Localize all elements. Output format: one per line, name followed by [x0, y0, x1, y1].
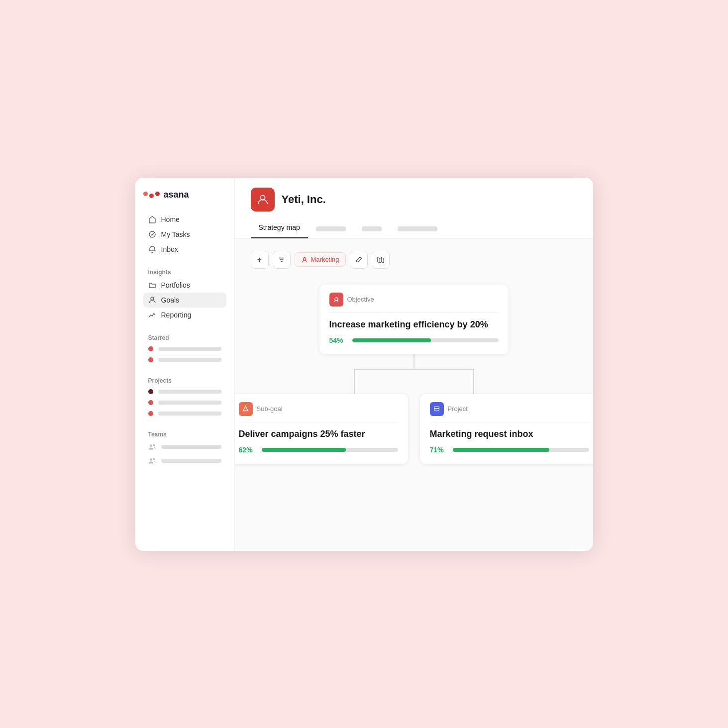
- marketing-filter-label: Marketing: [311, 256, 339, 263]
- team-line-2: [161, 459, 221, 463]
- logo-icon: [143, 192, 160, 198]
- map-button[interactable]: [372, 251, 390, 269]
- nav-goals[interactable]: Goals: [143, 293, 226, 308]
- tab-line-3: [398, 226, 437, 231]
- projects-label: Projects: [143, 373, 226, 386]
- svg-point-4: [150, 458, 152, 461]
- objective-progress-row: 54%: [329, 336, 499, 344]
- person-icon: [148, 296, 156, 304]
- insights-label: Insights: [143, 265, 226, 278]
- tabs: Strategy map: [251, 219, 577, 238]
- project-dot-2: [148, 400, 153, 405]
- teams-section: Teams: [143, 427, 226, 468]
- project-dot-1: [148, 389, 153, 394]
- logo-dot-1: [143, 192, 148, 196]
- team-line-1: [161, 445, 221, 449]
- nav-portfolios-label: Portfolios: [161, 281, 190, 289]
- main-nav: Home My Tasks Inbox: [143, 212, 226, 257]
- svg-point-3: [153, 444, 155, 446]
- marketing-filter[interactable]: Marketing: [295, 252, 346, 267]
- tab-placeholder-2[interactable]: [354, 220, 390, 238]
- team-item-2[interactable]: [143, 454, 226, 468]
- project-item-2[interactable]: [143, 397, 226, 408]
- nav-reporting-label: Reporting: [161, 311, 192, 319]
- nav-reporting[interactable]: Reporting: [143, 308, 226, 322]
- tab-placeholder-1[interactable]: [308, 220, 354, 238]
- project-line-3: [158, 412, 221, 416]
- objective-icon: [329, 293, 343, 307]
- project-dot-3: [148, 411, 153, 416]
- workspace-info: Yeti, Inc.: [251, 188, 577, 211]
- add-button[interactable]: +: [251, 251, 269, 269]
- check-circle-icon: [148, 230, 156, 238]
- objective-progress-bar-fill: [352, 338, 431, 342]
- project-type-label: Project: [448, 405, 468, 413]
- starred-dot-1: [148, 346, 153, 351]
- nav-portfolios[interactable]: Portfolios: [143, 278, 226, 293]
- objective-type-label: Objective: [347, 296, 374, 303]
- nav-my-tasks[interactable]: My Tasks: [143, 227, 226, 242]
- project-item-3[interactable]: [143, 408, 226, 419]
- nav-inbox[interactable]: Inbox: [143, 242, 226, 257]
- strategy-area: + Marketing: [235, 239, 593, 551]
- project-line-1: [158, 390, 221, 394]
- filter-button[interactable]: [273, 251, 291, 269]
- subgoal-progress-bar-bg: [262, 448, 398, 452]
- project-line-2: [158, 401, 221, 405]
- objective-title: Increase marketing efficiency by 20%: [329, 319, 499, 330]
- objective-card[interactable]: Objective Increase marketing efficiency …: [319, 285, 509, 354]
- starred-label: Starred: [143, 330, 226, 343]
- project-item-1[interactable]: [143, 386, 226, 397]
- main-content: Yeti, Inc. Strategy map +: [235, 178, 593, 551]
- tab-placeholder-3[interactable]: [390, 220, 445, 238]
- app-window: asana Home My Tasks: [135, 178, 593, 551]
- subgoal-progress-pct: 62%: [239, 446, 257, 454]
- nav-home-label: Home: [161, 215, 180, 223]
- starred-item-2[interactable]: [143, 354, 226, 365]
- tab-line-2: [362, 226, 382, 231]
- subgoal-title: Deliver campaigns 25% faster: [239, 428, 398, 440]
- tab-strategy-map[interactable]: Strategy map: [251, 219, 308, 238]
- project-progress-bar-bg: [453, 448, 589, 452]
- subgoal-card[interactable]: Sub-goal Deliver campaigns 25% faster 62…: [235, 394, 408, 464]
- insights-section: Insights Portfolios Goals: [143, 265, 226, 322]
- home-icon: [148, 215, 156, 223]
- nav-tasks-label: My Tasks: [161, 230, 190, 238]
- starred-line-1: [158, 347, 221, 351]
- subgoal-icon: [239, 402, 253, 416]
- project-progress-row: 71%: [430, 446, 589, 454]
- project-card[interactable]: Project Marketing request inbox 71%: [420, 394, 593, 464]
- project-title: Marketing request inbox: [430, 428, 589, 440]
- team-item-1[interactable]: [143, 440, 226, 454]
- nav-inbox-label: Inbox: [161, 245, 178, 253]
- team-avatar-icon-2: [148, 457, 156, 465]
- svg-rect-13: [434, 407, 439, 411]
- bell-icon: [148, 245, 156, 253]
- main-header: Yeti, Inc. Strategy map: [235, 178, 593, 239]
- svg-point-7: [303, 257, 306, 260]
- chart-icon: [148, 311, 156, 319]
- team-avatar-icon-1: [148, 443, 156, 451]
- project-icon: [430, 402, 444, 416]
- logo-dot-2: [149, 194, 154, 198]
- starred-item-1[interactable]: [143, 343, 226, 354]
- objective-progress-bar-bg: [352, 338, 499, 342]
- logo: asana: [143, 190, 226, 200]
- toolbar: + Marketing: [251, 251, 577, 269]
- logo-dot-3: [155, 192, 160, 196]
- teams-label: Teams: [143, 427, 226, 440]
- project-card-header: Project: [430, 402, 589, 422]
- project-progress-bar-fill: [453, 448, 550, 452]
- nav-home[interactable]: Home: [143, 212, 226, 227]
- project-progress-pct: 71%: [430, 446, 448, 454]
- objective-progress-pct: 54%: [329, 336, 347, 344]
- starred-dot-2: [148, 357, 153, 362]
- folder-icon: [148, 281, 156, 289]
- subgoal-progress-row: 62%: [239, 446, 398, 454]
- nav-goals-label: Goals: [161, 296, 180, 304]
- svg-point-5: [153, 458, 155, 460]
- lower-cards: Sub-goal Deliver campaigns 25% faster 62…: [235, 394, 593, 464]
- pencil-button[interactable]: [350, 251, 368, 269]
- cards-container: Objective Increase marketing efficiency …: [251, 285, 577, 464]
- subgoal-progress-bar-fill: [262, 448, 346, 452]
